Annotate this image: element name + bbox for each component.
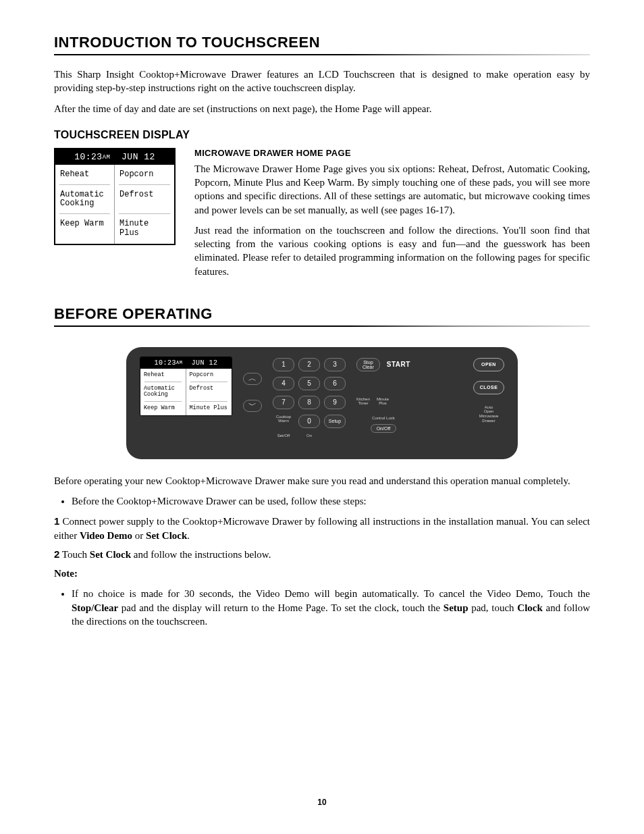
touchscreen-mock-small: 10:23AM JUN 12 Reheat Popcorn Automatic … [54,148,176,245]
close-button[interactable]: CLOSE [473,381,504,394]
label-set-off: Set/Off [273,434,294,447]
control-panel-mock: 10:23AM JUN 12 Reheat Popcorn Automatic … [126,347,518,459]
panel-pad-defrost[interactable]: Defrost [186,382,232,402]
key-7[interactable]: 7 [273,396,294,409]
intro-para-1: This Sharp Insight Cooktop+Microwave Dra… [54,68,590,95]
panel-pad-popcorn[interactable]: Popcorn [186,369,232,382]
key-3[interactable]: 3 [324,358,346,371]
key-6[interactable]: 6 [324,377,346,390]
panel-clock-ampm: AM [176,360,182,365]
text: If no choice is made for 30 seconds, the… [72,588,590,599]
pad-minute-plus[interactable]: Minute Plus [115,214,174,244]
label-auto-open: Auto Open Microwave Drawer [479,405,499,423]
control-lock-button[interactable]: On/Off [371,424,397,433]
panel-pad-keep-warm[interactable]: Keep Warm [140,402,186,415]
note-label: Note: [54,567,590,580]
key-8[interactable]: 8 [298,396,320,409]
text: Touch [62,549,90,560]
key-2[interactable]: 2 [298,358,320,371]
text: pad and the display will return to the H… [118,602,444,613]
text: and follow the instructions below. [131,549,271,560]
text: . [187,530,190,541]
text-bold: Set Clock [90,549,131,560]
key-0[interactable]: 0 [298,415,320,428]
text: pad, touch [468,602,517,613]
open-button[interactable]: OPEN [473,358,504,371]
clock-date: JUN 12 [122,152,155,162]
key-4[interactable]: 4 [273,377,294,390]
pad-reheat[interactable]: Reheat [55,165,115,185]
before-step-2: 2 Touch Set Clock and follow the instruc… [54,548,590,561]
home-para-2: Just read the information on the touchsc… [194,224,590,278]
label-cooktop-warm: Cooktop Warm [273,415,294,428]
stop-clear-button[interactable]: Stop Clear [356,358,380,371]
heading-before-operating: Before Operating [54,305,590,323]
pad-keep-warm[interactable]: Keep Warm [55,214,115,244]
key-5[interactable]: 5 [298,377,320,390]
text-bold: Set Clock [146,530,187,541]
text-bold: Setup [444,602,468,613]
panel-touchscreen: 10:23AM JUN 12 Reheat Popcorn Automatic … [140,357,232,416]
page-number: 10 [0,798,644,807]
pad-defrost[interactable]: Defrost [115,185,174,215]
heading-microwave-home: Microwave Drawer Home Page [194,148,590,158]
before-intro: Before operating your new Cooktop+Microw… [54,474,590,488]
arrow-down-button[interactable]: ﹀ [243,400,262,412]
before-bullet-1: Before the Cooktop+Microwave Drawer can … [72,494,590,508]
panel-pad-reheat[interactable]: Reheat [140,369,186,382]
pad-popcorn[interactable]: Popcorn [115,165,174,185]
home-para-1: The Microwave Drawer Home Page gives you… [194,162,590,217]
note-bullet: If no choice is made for 30 seconds, the… [72,587,590,628]
text-bold: Stop/Clear [72,602,118,613]
start-button[interactable]: START [387,361,410,368]
intro-para-2: After the time of day and date are set (… [54,102,590,115]
panel-pad-automatic-cooking[interactable]: Automatic Cooking [140,382,186,402]
numeric-keypad: 1 2 3 4 5 6 7 8 9 Cooktop Warm 0 Setup S… [273,357,346,447]
key-9[interactable]: 9 [324,396,346,409]
panel-clock-time: 10:23 [155,359,177,367]
arrow-up-button[interactable]: ︿ [243,373,262,385]
rule [54,325,590,327]
clock-time: 10:23 [74,152,103,162]
panel-pad-minute-plus[interactable]: Minute Plus [186,402,232,415]
heading-intro: Introduction to Touchscreen [54,34,590,51]
rule [54,54,590,55]
text: or [132,530,146,541]
text-bold: Clock [517,602,543,613]
touchscreen-header: 10:23AM JUN 12 [55,149,174,165]
before-step-1: 1 Connect power supply to the Cooktop+Mi… [54,515,590,542]
panel-clock-date: JUN 12 [191,359,217,367]
heading-touchscreen-display: Touchscreen Display [54,129,590,141]
text-bold: Video Demo [80,530,132,541]
key-setup[interactable]: Setup [324,415,346,428]
label-minute-plus[interactable]: Minute Plus [377,397,389,406]
label-kitchen-timer[interactable]: Kitchen Timer [356,397,370,406]
label-on: On [298,434,320,447]
label-control-lock: Control Lock [356,416,410,420]
clock-ampm: AM [103,154,111,161]
key-1[interactable]: 1 [273,358,294,371]
pad-automatic-cooking[interactable]: Automatic Cooking [55,185,115,215]
